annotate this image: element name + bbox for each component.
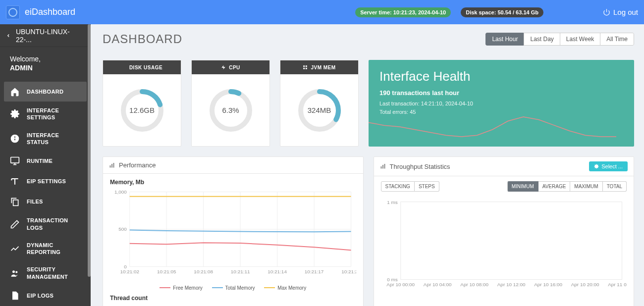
sidebar-item-dynamic-reporting[interactable]: DYNAMIC REPORTING	[4, 237, 87, 261]
svg-text:Apr 10 00:00: Apr 10 00:00	[386, 282, 415, 287]
svg-rect-47	[384, 164, 385, 169]
sidebar-item-files[interactable]: FILES	[4, 192, 87, 211]
throughput-btn-maximum[interactable]: MAXIMUM	[570, 181, 602, 192]
svg-point-4	[14, 136, 16, 138]
welcome-block: Welcome, ADMIN	[0, 47, 91, 82]
sidebar-item-runtime[interactable]: RUNTIME	[4, 151, 87, 171]
svg-text:0: 0	[124, 264, 127, 269]
page-title: DASHBOARD	[103, 32, 182, 46]
throughput-chart: 1 ms0 msApr 10 00:00Apr 10 04:00Apr 10 0…	[381, 198, 627, 292]
svg-rect-5	[11, 157, 19, 163]
gear-icon	[594, 164, 599, 169]
performance-panel: Performance Memory, Mb 05001,00010:21:02…	[103, 156, 364, 306]
svg-text:Apr 10 04:00: Apr 10 04:00	[423, 282, 451, 287]
health-transactions: 190 transactions last hour	[379, 89, 623, 97]
disk-value: 12.6GB	[120, 88, 164, 133]
svg-text:Apr 10 08:00: Apr 10 08:00	[460, 282, 488, 287]
svg-text:10:21:05: 10:21:05	[157, 269, 176, 274]
select-dropdown-button[interactable]: Select ...	[589, 161, 628, 171]
svg-text:1 ms: 1 ms	[387, 200, 398, 205]
bar-chart-icon	[380, 163, 386, 169]
nav-list: DASHBOARDINTERFACE SETTINGSINTERFACE STA…	[0, 82, 91, 306]
disk-card-title: DISK USAGE	[129, 65, 162, 70]
throughput-btn-total[interactable]: TOTAL	[603, 181, 627, 192]
sidebar-item-interface-settings[interactable]: INTERFACE SETTINGS	[4, 102, 87, 126]
memory-legend: Free Memory Total Memory Max Memory	[110, 284, 356, 291]
memory-chart: 05001,00010:21:0210:21:0510:21:0810:21:1…	[110, 188, 356, 282]
svg-text:10:21:02: 10:21:02	[120, 269, 139, 274]
breadcrumb-label: UBUNTU-LINUX-22-...	[16, 28, 85, 44]
sidebar-item-dashboard[interactable]: DASHBOARD	[4, 82, 87, 102]
svg-rect-49	[400, 202, 622, 280]
time-range-group: Last HourLast DayLast WeekAll Time	[485, 33, 634, 46]
disk-usage-card: DISK USAGE 12.6GB	[103, 60, 181, 147]
svg-text:10:21:14: 10:21:14	[268, 269, 287, 274]
header-bar: eiDashboard Server time: 10:21:23, 2024-…	[0, 0, 644, 24]
grid-icon	[303, 65, 308, 70]
svg-rect-23	[111, 164, 112, 168]
health-sparkline	[369, 112, 616, 142]
app-logo	[6, 5, 20, 19]
svg-text:Apr 10 20:00: Apr 10 20:00	[571, 282, 599, 287]
throughput-left-buttons: STACKINGSTEPS	[381, 181, 439, 192]
time-range-all-time[interactable]: All Time	[600, 33, 634, 46]
logout-label: Log out	[613, 8, 638, 16]
throughput-btn-stacking[interactable]: STACKING	[381, 181, 415, 192]
svg-text:10:21:11: 10:21:11	[231, 269, 250, 274]
svg-text:500: 500	[118, 226, 127, 232]
performance-title: Performance	[119, 161, 156, 169]
cpu-card-title: CPU	[229, 65, 240, 70]
logout-button[interactable]: Log out	[603, 8, 638, 16]
svg-rect-18	[304, 68, 305, 69]
health-last-tx: Last transaction: 14:21:10, 2024-04-10	[379, 100, 623, 108]
bolt-icon	[221, 65, 226, 70]
throughput-panel: Throughput Statistics Select ... STACKIN…	[374, 156, 635, 306]
breadcrumb[interactable]: UBUNTU-LINUX-22-...	[0, 24, 91, 47]
svg-rect-19	[306, 68, 307, 69]
memory-chart-title: Memory, Mb	[110, 179, 356, 186]
svg-rect-24	[113, 163, 114, 168]
time-range-last-day[interactable]: Last Day	[524, 33, 560, 46]
svg-rect-8	[13, 200, 18, 206]
sidebar-item-security-management[interactable]: SECURITY MANAGEMENT	[4, 261, 87, 285]
throughput-btn-minimum[interactable]: MINIMUM	[507, 181, 538, 192]
cpu-value: 6.3%	[209, 88, 253, 133]
svg-rect-46	[382, 165, 383, 169]
jvm-card-title: JVM MEM	[311, 65, 335, 70]
throughput-btn-average[interactable]: AVERAGE	[538, 181, 571, 192]
interface-health-card: Interface Health 190 transactions last h…	[369, 60, 634, 147]
throughput-right-buttons: MINIMUMAVERAGEMAXIMUMTOTAL	[507, 181, 627, 192]
thread-count-title: Thread count	[110, 295, 356, 302]
svg-text:Apr 11 00:00: Apr 11 00:00	[608, 282, 627, 287]
sidebar-item-eip-settings[interactable]: EIP SETTINGS	[4, 171, 87, 191]
health-title: Interface Health	[379, 69, 623, 84]
svg-text:10:21:08: 10:21:08	[194, 269, 213, 274]
throughput-btn-steps[interactable]: STEPS	[415, 181, 439, 192]
svg-rect-22	[110, 165, 111, 168]
download-icon	[121, 65, 126, 70]
sidebar: UBUNTU-LINUX-22-... Welcome, ADMIN DASHB…	[0, 24, 91, 306]
welcome-text: Welcome,	[10, 55, 81, 63]
jvm-card: JVM MEM 324MB	[280, 60, 359, 147]
svg-point-9	[12, 270, 15, 273]
bar-chart-icon	[109, 162, 115, 168]
disk-space-badge: Disk space: 50.54 / 63.14 Gb	[461, 7, 543, 17]
user-name: ADMIN	[10, 64, 81, 72]
sidebar-item-transaction-logs[interactable]: TRANSACTION LOGS	[4, 212, 87, 236]
svg-point-10	[15, 271, 17, 273]
throughput-title: Throughput Statistics	[390, 163, 450, 170]
svg-text:1,000: 1,000	[114, 189, 127, 195]
time-range-last-week[interactable]: Last Week	[560, 33, 600, 46]
svg-text:10:21:17: 10:21:17	[305, 269, 324, 274]
server-time-badge: Server time: 10:21:23, 2024-04-10	[355, 7, 451, 17]
svg-rect-45	[380, 166, 381, 169]
sidebar-item-eip-logs[interactable]: EIP LOGS	[4, 286, 87, 306]
time-range-last-hour[interactable]: Last Hour	[485, 33, 524, 46]
sidebar-item-interface-status[interactable]: INTERFACE STATUS	[4, 127, 87, 151]
cpu-card: CPU 6.3%	[191, 60, 270, 147]
svg-rect-17	[306, 65, 307, 67]
select-label: Select ...	[601, 163, 623, 169]
svg-text:Apr 10 16:00: Apr 10 16:00	[534, 282, 562, 287]
main-content: DASHBOARD Last HourLast DayLast WeekAll …	[91, 24, 644, 306]
app-title: eiDashboard	[25, 7, 75, 17]
